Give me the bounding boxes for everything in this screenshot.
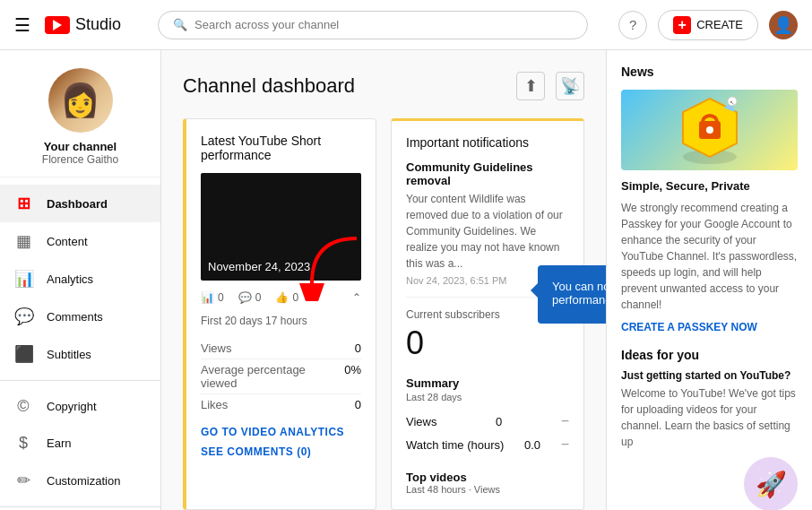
go-to-analytics-link[interactable]: GO TO VIDEO ANALYTICS (201, 426, 361, 438)
create-button[interactable]: + CREATE (658, 10, 758, 40)
stats-value: 0% (344, 363, 361, 390)
video-stats: 📊 0 💬 0 👍 0 ⌃ (201, 291, 361, 304)
stats-row: Views 0 (201, 338, 361, 359)
sidebar-item-customization[interactable]: ✏ Customization (0, 462, 160, 499)
page-title: Channel dashboard (183, 74, 355, 98)
channel-name: Your channel (44, 140, 117, 153)
sidebar-item-subtitles[interactable]: ⬛ Subtitles (0, 335, 160, 373)
news-title: News (621, 65, 798, 79)
stats-row: Likes 0 (201, 394, 361, 415)
collapse-icon[interactable]: ⌃ (352, 291, 361, 304)
sidebar-item-comments[interactable]: 💬 Comments (0, 298, 160, 335)
action-links: GO TO VIDEO ANALYTICS SEE COMMENTS (0) (201, 426, 361, 458)
stats-label: Average percentage viewed (201, 363, 344, 390)
channel-handle: Florence Gaitho (42, 153, 118, 166)
main-content: Channel dashboard ⬆ 📡 Latest YouTube Sho… (161, 50, 606, 510)
sidebar-item-label: Earn (47, 437, 71, 450)
notif-title: Community Guidelines removal (406, 160, 569, 187)
logo: Studio (45, 15, 121, 34)
rocket-icon: 🚀 (744, 457, 798, 510)
sidebar-item-earn[interactable]: $ Earn (0, 425, 160, 462)
see-comments-link[interactable]: SEE COMMENTS (0) (201, 445, 361, 458)
cast-icon[interactable]: 📡 (556, 72, 584, 100)
shield-illustration: ↖ (665, 94, 755, 166)
stats-value: 0 (355, 341, 361, 355)
layout: 👩 Your channel Florence Gaitho ⊞ Dashboa… (0, 50, 812, 510)
summary-dash: − (561, 413, 569, 429)
views-stat: 📊 0 (201, 291, 224, 304)
sidebar-item-label: Analytics (47, 272, 93, 286)
sidebar-item-label: Comments (47, 310, 103, 324)
earn-icon: $ (14, 434, 32, 453)
search-input[interactable] (194, 18, 573, 31)
nav-separator-2 (0, 506, 160, 507)
logo-text: Studio (75, 15, 121, 34)
summary-label: Views (406, 415, 436, 428)
stats-value: 0 (355, 398, 361, 411)
short-card-title: Latest YouTube Short performance (201, 134, 361, 162)
create-icon: + (673, 16, 691, 34)
channel-info: 👩 Your channel Florence Gaitho (0, 50, 160, 177)
create-label: CREATE (696, 18, 743, 31)
subtitles-icon: ⬛ (14, 344, 32, 364)
summary-subtitle: Last 28 days (406, 392, 569, 402)
search-icon: 🔍 (173, 18, 187, 31)
page-header: Channel dashboard ⬆ 📡 (183, 72, 584, 100)
sidebar-item-analytics[interactable]: 📊 Analytics (0, 260, 160, 298)
sidebar-item-label: Copyright (47, 400, 97, 413)
channel-avatar[interactable]: 👩 (48, 68, 113, 133)
sidebar-item-label: Dashboard (47, 197, 108, 211)
stats-table: Views 0 Average percentage viewed 0% Lik… (201, 338, 361, 415)
top-videos-sub: Last 48 hours · Views (406, 484, 569, 495)
news-card-body: We strongly recommend creating a Passkey… (621, 200, 798, 313)
svg-point-5 (706, 126, 713, 134)
sidebar-item-label: Content (47, 235, 88, 248)
ideas-body: Welcome to YouTube! We've got tips for u… (621, 385, 798, 450)
sidebar-item-label: Subtitles (47, 348, 91, 361)
video-date: November 24, 2023 (208, 260, 310, 273)
hamburger-icon[interactable]: ☰ (14, 14, 30, 36)
summary-value: 0 (496, 415, 502, 428)
summary-title: Summary (406, 376, 569, 390)
upload-icon[interactable]: ⬆ (516, 72, 545, 100)
stats-label: Likes (201, 398, 228, 411)
sidebar-item-label: Customization (47, 474, 120, 488)
summary-row: Views 0 − (406, 410, 569, 433)
top-videos-title: Top videos (406, 471, 569, 484)
dashboard-grid: Latest YouTube Short performance Novembe… (183, 118, 584, 510)
summary-dash: − (561, 437, 569, 453)
summary-value: 0.0 (524, 438, 540, 452)
news-card-title: Simple, Secure, Private (621, 179, 798, 193)
content-icon: ▦ (14, 231, 32, 251)
ideas-title: Ideas for you (621, 348, 798, 362)
duration-text: First 20 days 17 hours (201, 315, 361, 327)
avatar[interactable]: 👤 (769, 11, 798, 39)
ideas-subtitle: Just getting started on YouTube? (621, 369, 798, 382)
notif-card-title: Important notifications (406, 135, 569, 150)
comments-stat: 💬 0 (238, 291, 262, 304)
youtube-logo-icon (45, 16, 70, 34)
likes-stat: 👍 0 (275, 291, 298, 304)
nav-items: ⊞ Dashboard ▦ Content 📊 Analytics 💬 Comm… (0, 177, 160, 510)
comments-icon: 💬 (14, 307, 32, 326)
help-button[interactable]: ? (618, 11, 647, 39)
subscribers-count: 0 (406, 324, 569, 362)
create-passkey-link[interactable]: CREATE A PASSKEY NOW (621, 321, 757, 333)
nav-separator (0, 380, 160, 381)
latest-short-card: Latest YouTube Short performance Novembe… (183, 118, 376, 510)
header-actions: ⬆ 📡 (516, 72, 584, 100)
sidebar-item-content[interactable]: ▦ Content (0, 222, 160, 260)
sidebar: 👩 Your channel Florence Gaitho ⊞ Dashboa… (0, 50, 161, 510)
top-nav: ☰ Studio 🔍 ? + CREATE 👤 (0, 0, 812, 50)
summary-section: Summary Last 28 days Views 0 − Watch tim… (406, 376, 569, 456)
sidebar-item-copyright[interactable]: © Copyright (0, 388, 160, 425)
summary-row: Watch time (hours) 0.0 − (406, 433, 569, 456)
dashboard-icon: ⊞ (14, 194, 32, 213)
search-bar[interactable]: 🔍 (158, 11, 588, 39)
summary-label: Watch time (hours) (406, 438, 504, 452)
svg-text:↖: ↖ (730, 99, 735, 106)
analytics-icon: 📊 (14, 269, 32, 289)
nav-right: ? + CREATE 👤 (618, 10, 798, 40)
sidebar-item-dashboard[interactable]: ⊞ Dashboard (0, 185, 160, 222)
stats-label: Views (201, 341, 231, 355)
